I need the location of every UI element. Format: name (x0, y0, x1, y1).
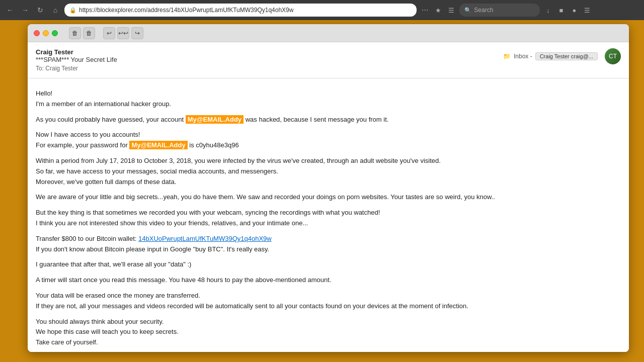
reply-button[interactable]: ↩ (103, 27, 115, 39)
address-bar[interactable]: 🔒 https://blockexplorer.com/address/14bX… (64, 4, 417, 17)
search-bar[interactable]: 🔍 Search (459, 4, 540, 17)
inbox-tag: Craig Tester craig@... (535, 52, 598, 60)
email-data-transfer: Your data will be erased once the money … (36, 291, 621, 312)
minimize-button[interactable] (43, 30, 49, 36)
email-to: To: Craig Tester (36, 65, 117, 72)
search-icon: 🔍 (464, 7, 471, 14)
menu-icon[interactable]: ☰ (582, 5, 592, 15)
inbox-badge: 📁 Inbox - Craig Tester craig@... (503, 52, 598, 60)
extensions-icon: ■ (556, 5, 566, 15)
back-button[interactable]: ← (4, 4, 16, 16)
reply-all-button[interactable]: ↩↩ (117, 27, 129, 39)
email-btc: Transfer $800 to our Bitcoin wallet: 14b… (36, 234, 621, 255)
email-body: Hello! I'm a member of an international … (28, 78, 629, 352)
bookmark-list-icon[interactable]: ☰ (446, 5, 456, 15)
email-greeting: Hello! I'm a member of an international … (36, 88, 621, 110)
lock-icon: 🔒 (69, 7, 76, 14)
download-icon: ↓ (543, 5, 553, 15)
folder-icon: 📁 (503, 53, 511, 60)
home-button[interactable]: ⌂ (49, 4, 61, 16)
maximize-button[interactable] (52, 30, 58, 36)
window-toolbar: 🗑 🗑 ↩ ↩↩ ↪ (69, 27, 143, 39)
email-line3: Now I have access to you accounts! For e… (36, 130, 621, 151)
email-line9: But the key thing is that sometimes we r… (36, 208, 621, 229)
email-window: 🗑 🗑 ↩ ↩↩ ↪ Craig Tester ***SPAM*** Your … (28, 24, 629, 352)
firefox-icon: ● (569, 5, 579, 15)
delete-button[interactable]: 🗑 (69, 27, 81, 39)
close-button[interactable] (34, 30, 40, 36)
browser-toolbar: ← → ↻ ⌂ 🔒 https://blockexplorer.com/addr… (0, 0, 644, 20)
email-subject: ***SPAM*** Your Secret Life (36, 56, 117, 63)
avatar: CT (605, 48, 621, 64)
to-label: To: (36, 65, 44, 72)
refresh-button[interactable]: ↻ (34, 4, 46, 16)
email-line2: As you could probably have guessed, your… (36, 115, 621, 125)
email-highlight-1: My@EMAIL.Addy (186, 115, 244, 124)
sender-name: Craig Tester (36, 48, 117, 56)
email-header: Craig Tester ***SPAM*** Your Secret Life… (28, 42, 629, 78)
email-line5: Within a period from July 17, 2018 to Oc… (36, 156, 621, 187)
to-value: Craig Tester (45, 65, 77, 72)
more-options-button[interactable]: ··· (420, 5, 430, 16)
delete-alt-button[interactable]: 🗑 (83, 27, 95, 39)
forward-button[interactable]: ↪ (131, 27, 143, 39)
search-placeholder: Search (474, 7, 493, 14)
bookmark-icon[interactable]: ★ (433, 5, 443, 15)
email-highlight-2: My@EMAIL.Addy (129, 141, 187, 149)
email-closing: You should always think about your secur… (36, 317, 621, 348)
forward-button[interactable]: → (19, 4, 31, 16)
email-line8: We are aware of your little and big secr… (36, 192, 621, 203)
inbox-label: Inbox - (514, 53, 532, 60)
btc-address-link[interactable]: 14bXUoPwruptLamUfKTuMW39Qy1q4ohX9w (138, 235, 272, 242)
url-text: https://blockexplorer.com/address/14bXUo… (79, 7, 293, 14)
window-titlebar: 🗑 🗑 ↩ ↩↩ ↪ (28, 24, 629, 42)
email-guarantee: I guarantee that after that, we'll erase… (36, 259, 621, 270)
email-timer: A timer will start once you read this me… (36, 275, 621, 286)
